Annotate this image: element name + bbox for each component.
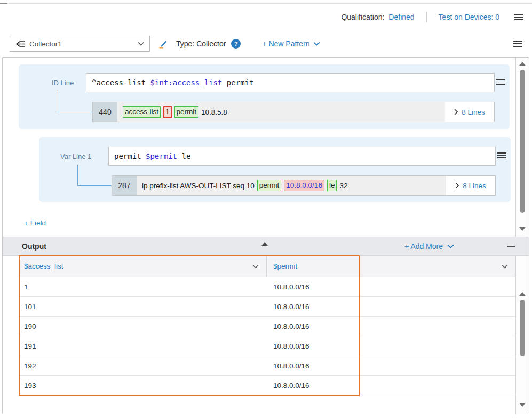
- cell-permit: 10.8.0.0/16: [267, 342, 359, 350]
- expand-lines-button[interactable]: 8 Lines: [445, 102, 494, 122]
- chevron-right-icon: [455, 182, 459, 189]
- sample-line-text: access-list 1 permit 10.8.5.8: [117, 102, 445, 122]
- scrollbar-thumb[interactable]: [520, 300, 525, 356]
- matched-token: permit: [257, 180, 282, 191]
- scrollbar-thumb[interactable]: [520, 70, 525, 213]
- collector-toolbar: Collector1 Type: Collector ? + New Patte…: [0, 30, 532, 57]
- pattern-workspace: ID Line ^access-list $int:access_list pe…: [2, 57, 529, 414]
- plain-token: 10.8.5.8: [201, 108, 227, 116]
- collapse-panel-icon[interactable]: [261, 233, 270, 243]
- test-on-devices-link[interactable]: Test on Devices: 0: [439, 13, 499, 21]
- cell-access-list: 192: [19, 362, 267, 370]
- id-line-panel: ID Line ^access-list $int:access_list pe…: [19, 64, 510, 129]
- cell-access-list: 101: [19, 303, 267, 311]
- scroll-up-icon[interactable]: [519, 292, 526, 296]
- plain-token: 32: [339, 182, 347, 190]
- connector-line: [77, 185, 112, 186]
- scroll-down-icon[interactable]: [519, 403, 526, 407]
- matched-token: permit: [174, 106, 199, 118]
- sample-line-text: ip prefix-list AWS-OUT-LIST seq 10 permi…: [137, 176, 446, 195]
- table-row[interactable]: 192 10.8.0.0/16: [19, 356, 515, 376]
- id-line-sample-row: 440 access-list 1 permit 10.8.5.8 8 Line…: [92, 102, 495, 122]
- qualification-bar: Qualification: Defined Test on Devices: …: [0, 4, 532, 30]
- add-field-button[interactable]: + Field: [24, 219, 46, 227]
- output-title: Output: [22, 242, 46, 251]
- pattern-canvas: ID Line ^access-list $int:access_list pe…: [3, 58, 529, 237]
- collector-dropdown[interactable]: Collector1: [10, 36, 150, 52]
- pattern-text: ^access-list: [92, 78, 150, 87]
- lines-count-label: 8 Lines: [463, 182, 486, 190]
- chevron-down-icon: [313, 42, 320, 46]
- add-more-label: + Add More: [404, 242, 443, 251]
- pattern-type-label: Type: Collector: [176, 39, 226, 48]
- scroll-up-icon[interactable]: [519, 62, 526, 66]
- lines-count-label: 8 Lines: [462, 108, 485, 116]
- var-line-pattern-input[interactable]: permit $permit le: [108, 147, 496, 166]
- connector-line: [58, 90, 58, 112]
- output-table: $access_list $permit 1: [19, 256, 515, 395]
- plain-token: ip prefix-list AWS-OUT-LIST seq 10: [142, 182, 255, 190]
- pattern-text: le: [177, 152, 190, 160]
- pattern-text: permit: [222, 78, 253, 87]
- scroll-down-icon[interactable]: [519, 227, 526, 231]
- table-row[interactable]: 101 10.8.0.0/16: [19, 297, 515, 317]
- column-header-label: $access_list: [24, 262, 63, 270]
- qualification-label: Qualification:: [341, 13, 384, 21]
- chevron-down-icon: [138, 42, 144, 46]
- top-divider: [0, 3, 532, 4]
- column-header-access-list[interactable]: $access_list: [19, 256, 267, 277]
- pattern-editor-window: Qualification: Defined Test on Devices: …: [0, 0, 532, 420]
- help-icon[interactable]: ?: [231, 39, 241, 49]
- cell-permit: 10.8.0.0/16: [267, 303, 359, 311]
- chevron-down-icon[interactable]: [252, 264, 259, 269]
- table-row[interactable]: 1 10.8.0.0/16: [19, 277, 515, 297]
- pattern-variable: $int:access_list: [150, 78, 223, 87]
- qualification-value-link[interactable]: Defined: [388, 13, 414, 21]
- connector-line: [77, 165, 78, 185]
- minimize-icon[interactable]: [507, 246, 515, 247]
- expand-lines-button[interactable]: 8 Lines: [446, 176, 495, 195]
- var-line-panel: Var Line 1 permit $permit le 287 ip pref…: [39, 137, 511, 202]
- variable-match-token: 1: [163, 106, 172, 118]
- collector-dropdown-value: Collector1: [29, 40, 138, 48]
- add-more-button[interactable]: + Add More: [404, 242, 454, 251]
- pattern-scrollbar[interactable]: [515, 58, 529, 237]
- cell-access-list: 190: [19, 322, 267, 330]
- chevron-down-icon: [447, 244, 454, 248]
- cell-access-list: 191: [19, 342, 267, 350]
- new-pattern-label: + New Pattern: [262, 39, 309, 48]
- sample-line-number: 287: [112, 176, 137, 195]
- var-line-sample-row: 287 ip prefix-list AWS-OUT-LIST seq 10 p…: [112, 175, 496, 196]
- column-header-empty[interactable]: [359, 256, 515, 277]
- table-row[interactable]: 193 10.8.0.0/16: [19, 376, 515, 395]
- top-divider-accent: [0, 3, 7, 4]
- table-scrollbar[interactable]: [515, 256, 529, 414]
- chevron-right-icon: [454, 109, 458, 115]
- collector-icon: [15, 41, 25, 47]
- pattern-text: permit: [114, 152, 146, 160]
- new-pattern-button[interactable]: + New Pattern: [262, 39, 320, 48]
- id-line-menu-icon[interactable]: [496, 79, 505, 85]
- sample-line-number: 440: [93, 102, 117, 122]
- cell-permit: 10.8.0.0/16: [267, 362, 359, 370]
- output-header: Output + Add More: [3, 237, 529, 256]
- column-header-label: $permit: [273, 262, 297, 270]
- pattern-menu-icon[interactable]: [513, 41, 522, 47]
- table-row[interactable]: 191 10.8.0.0/16: [19, 336, 515, 356]
- menu-icon[interactable]: [514, 14, 523, 20]
- var-line-menu-icon[interactable]: [497, 152, 506, 158]
- output-table-header: $access_list $permit: [19, 256, 515, 277]
- matched-token: le: [327, 180, 337, 191]
- matched-token: access-list: [123, 106, 161, 118]
- cell-permit: 10.8.0.0/16: [267, 283, 359, 291]
- var-line-label: Var Line 1: [60, 152, 91, 160]
- column-header-permit[interactable]: $permit: [267, 256, 359, 277]
- edit-pencil-icon[interactable]: [158, 39, 168, 49]
- vertical-divider: [426, 12, 427, 22]
- output-table-zone: $access_list $permit 1: [3, 256, 529, 414]
- id-line-label: ID Line: [52, 79, 74, 87]
- chevron-down-icon[interactable]: [502, 264, 508, 269]
- table-row[interactable]: 190 10.8.0.0/16: [19, 317, 515, 336]
- id-line-pattern-input[interactable]: ^access-list $int:access_list permit: [86, 73, 495, 92]
- variable-match-token: 10.8.0.0/16: [284, 180, 324, 191]
